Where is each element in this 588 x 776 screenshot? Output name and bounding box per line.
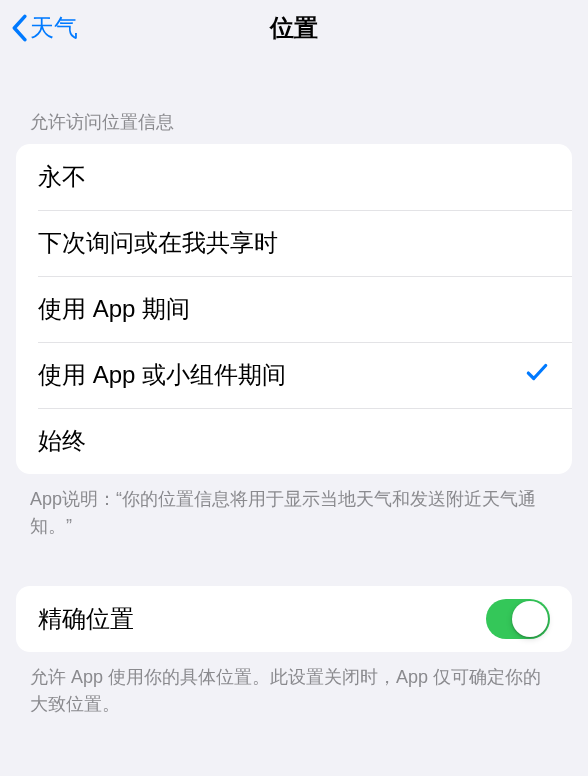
- access-option-never[interactable]: 永不: [16, 144, 572, 210]
- access-option-label: 永不: [38, 161, 86, 193]
- precise-section-footer: 允许 App 使用你的具体位置。此设置关闭时，App 仅可确定你的大致位置。: [0, 652, 588, 718]
- access-option-label: 使用 App 或小组件期间: [38, 359, 286, 391]
- checkmark-icon: [524, 359, 550, 391]
- precise-location-label: 精确位置: [38, 603, 134, 635]
- access-option-while-using-app[interactable]: 使用 App 期间: [16, 276, 572, 342]
- page-title: 位置: [0, 12, 588, 44]
- access-option-label: 下次询问或在我共享时: [38, 227, 278, 259]
- access-section-footer: App说明：“你的位置信息将用于显示当地天气和发送附近天气通知。”: [0, 474, 588, 540]
- precise-location-row[interactable]: 精确位置: [16, 586, 572, 652]
- nav-bar: 天气 位置: [0, 0, 588, 56]
- chevron-left-icon: [10, 14, 28, 42]
- access-option-ask-next-time[interactable]: 下次询问或在我共享时: [16, 210, 572, 276]
- precise-location-toggle[interactable]: [486, 599, 550, 639]
- access-option-always[interactable]: 始终: [16, 408, 572, 474]
- back-label: 天气: [30, 12, 78, 44]
- access-option-while-using-app-or-widgets[interactable]: 使用 App 或小组件期间: [16, 342, 572, 408]
- toggle-knob: [512, 601, 548, 637]
- access-section-header: 允许访问位置信息: [0, 56, 588, 144]
- access-option-label: 始终: [38, 425, 86, 457]
- precise-location-group: 精确位置: [16, 586, 572, 652]
- back-button[interactable]: 天气: [0, 12, 78, 44]
- access-option-label: 使用 App 期间: [38, 293, 190, 325]
- access-options-group: 永不 下次询问或在我共享时 使用 App 期间 使用 App 或小组件期间 始终: [16, 144, 572, 474]
